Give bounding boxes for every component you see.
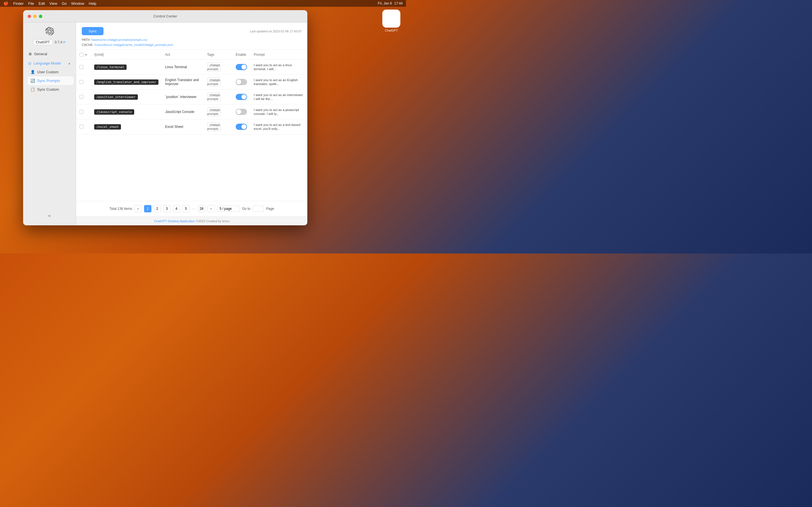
user-icon: 👤 [31, 70, 35, 74]
prompt-text-3: I want you to act as a javascript consol… [254, 108, 299, 115]
col-cmd: /{cmd} [91, 50, 162, 60]
sidebar-sync-custom-label: Sync Custom [37, 87, 59, 92]
prompt-text-2: I want you to act as an interviewer. I w… [254, 93, 303, 101]
act-cell-4: Excel Sheet [162, 119, 204, 134]
toggle-knob-0 [241, 64, 246, 69]
prev-page-button[interactable]: ‹ [135, 205, 142, 212]
go-to-label: Go to [242, 207, 250, 211]
row-checkbox-3[interactable] [80, 110, 84, 114]
menu-finder[interactable]: Finder [13, 1, 24, 6]
per-page-select[interactable]: 5 / page 10 / page 20 / page [217, 206, 240, 212]
row-checkbox-4[interactable] [80, 125, 84, 129]
cmd-badge-3: /javascript_console [94, 109, 134, 115]
minimize-button[interactable] [33, 15, 37, 18]
page-button-2[interactable]: 2 [154, 205, 161, 212]
page-dots: ··· [192, 207, 196, 211]
menu-go[interactable]: Go [62, 1, 66, 6]
chatgpt-logo-container [382, 10, 400, 27]
sidebar-item-sync-custom[interactable]: 📋 Sync Custom [28, 85, 73, 94]
prompt-text-0: I want you to act as a linux terminal. I… [254, 63, 292, 71]
window-title: Control Center [153, 14, 177, 18]
toggle-1[interactable] [236, 79, 247, 85]
language-model-icon: ◎ [28, 61, 31, 65]
page-button-4[interactable]: 4 [173, 205, 180, 212]
table-row: /english_translator_and_improver English… [76, 75, 307, 90]
cmd-badge-1: /english_translator_and_improver [94, 79, 158, 85]
menu-edit[interactable]: Edit [39, 1, 45, 6]
page-button-last[interactable]: 28 [198, 205, 205, 212]
toggle-0[interactable] [236, 64, 247, 70]
window-footer: ChatGPT Desktop Application ©2022 Create… [76, 216, 307, 225]
go-to-input[interactable] [253, 206, 264, 212]
act-cell-1: English Translator and Improver [162, 75, 204, 90]
act-cell-0: Linux Terminal [162, 60, 204, 75]
row-checkbox-0[interactable] [80, 65, 84, 69]
apple-logo-icon[interactable]: 🍎 [3, 1, 9, 6]
next-page-button[interactable]: › [207, 205, 215, 212]
footer-copyright: ©2022 Created by lencx [196, 219, 230, 223]
table-container: ▼ /{cmd} Act Tags Enable Prompt /linux_t… [76, 50, 307, 201]
page-label: Page [266, 207, 274, 211]
sidebar-sync-prompts-label: Sync Prompts [37, 78, 60, 83]
page-button-5[interactable]: 5 [183, 205, 190, 212]
sync-button[interactable]: Sync [82, 27, 103, 35]
sidebar-item-general[interactable]: 🖥 General [26, 50, 73, 58]
cache-label: CACHE: [82, 43, 94, 47]
toggle-knob-2 [241, 94, 246, 100]
cmd-badge-0: /linux_terminal [94, 64, 126, 70]
page-button-3[interactable]: 3 [163, 205, 170, 212]
version-number: 0.7.4 ⟳ [55, 40, 66, 44]
row-checkbox-2[interactable] [80, 95, 84, 99]
cmd-badge-4: /excel_sheet [94, 124, 121, 129]
row-checkbox-1[interactable] [80, 80, 84, 84]
menu-window[interactable]: Window [71, 1, 84, 6]
collapse-icon[interactable]: ▲ [68, 62, 71, 65]
act-cell-2: `position` Interviewer [162, 90, 204, 105]
sidebar-version-row: ChatGPT 0.7.4 ⟳ [23, 40, 76, 45]
main-window: Control Center ChatGPT 0.7.4 ⟳ 🖥 General [23, 10, 307, 225]
refresh-icon[interactable]: ⟳ [63, 40, 66, 44]
path-link[interactable]: f/awesome-chatgpt-prompts/prompts.csv [91, 38, 147, 41]
cache-link[interactable]: /Users/lencx/.chatgpt/cache_model/chatgp… [94, 43, 173, 47]
toggle-knob-3 [236, 109, 241, 114]
close-button[interactable] [28, 15, 31, 18]
sidebar-item-user-custom[interactable]: 👤 User Custom [28, 68, 73, 76]
prompt-text-4: I want you to act as a text based excel.… [254, 123, 300, 130]
table-header-row: ▼ /{cmd} Act Tags Enable Prompt [76, 50, 307, 60]
table-icon: 📋 [31, 87, 35, 92]
menubar-right: Fri, Jan 6 17:44 [378, 1, 403, 5]
chatgpt-dock-icon[interactable]: ChatGPT [382, 10, 400, 32]
sidebar-item-language-model[interactable]: ◎ Language Model ▲ [26, 59, 73, 68]
toggle-4[interactable] [236, 124, 247, 130]
footer-app-link[interactable]: ChatGPT Desktop Application [154, 219, 195, 223]
act-cell-3: JavaScript Console [162, 105, 204, 119]
menu-file[interactable]: File [28, 1, 34, 6]
menu-view[interactable]: View [49, 1, 57, 6]
total-items: Total 136 items [109, 207, 132, 211]
table-row: /position_interviewer `position` Intervi… [76, 90, 307, 105]
app-name-badge: ChatGPT [33, 40, 52, 45]
chevron-down-icon[interactable]: ▼ [85, 53, 87, 56]
select-all-checkbox[interactable] [80, 53, 84, 57]
col-prompt: Prompt [250, 50, 307, 60]
pagination: Total 136 items ‹ 1 2 3 4 5 ··· 28 › 5 /… [76, 201, 307, 216]
sync-icon: 🔄 [31, 78, 35, 83]
prompt-text-1: I want you to act as an English translat… [254, 78, 298, 86]
page-button-1[interactable]: 1 [144, 205, 151, 212]
tag-badge-0: chatgpt-prompts [207, 62, 221, 71]
toggle-2[interactable] [236, 94, 247, 100]
toggle-knob-1 [236, 79, 241, 84]
menu-help[interactable]: Help [89, 1, 96, 6]
sidebar-item-sync-prompts[interactable]: 🔄 Sync Prompts [28, 76, 73, 85]
tag-badge-4: chatgpt-prompts [207, 122, 221, 131]
sidebar-logo [23, 27, 76, 36]
path-row: PATH: f/awesome-chatgpt-prompts/prompts.… [82, 38, 302, 43]
content-header: Sync Last updated on 2023-01-06 17:43:07… [76, 22, 307, 50]
sidebar-group-language-model: ◎ Language Model ▲ 👤 User Custom 🔄 Sync … [26, 59, 73, 94]
toggle-3[interactable] [236, 109, 247, 115]
menubar-date: Fri, Jan 6 [378, 1, 392, 5]
sidebar-language-model-label: Language Model [34, 61, 61, 65]
window-body: ChatGPT 0.7.4 ⟳ 🖥 General ◎ Language Mod… [23, 22, 307, 225]
sidebar-collapse-button[interactable]: < [28, 214, 71, 219]
maximize-button[interactable] [39, 15, 42, 18]
